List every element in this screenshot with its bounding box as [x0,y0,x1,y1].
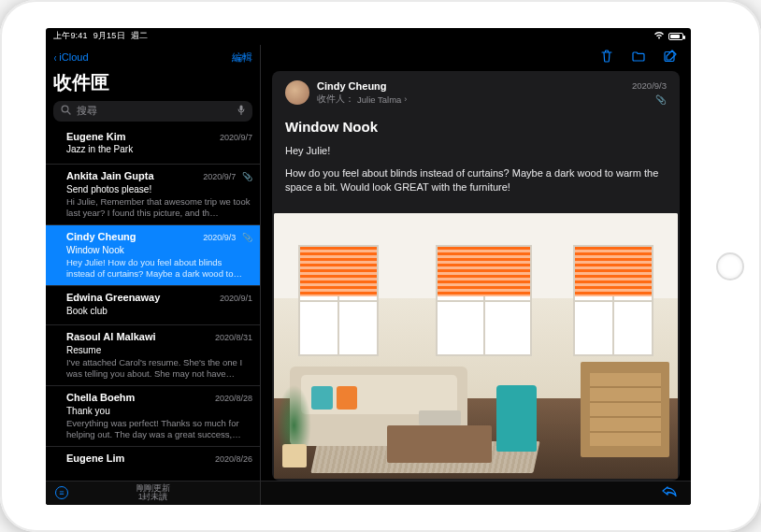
filter-icon[interactable]: ≡ [55,486,68,499]
inbox-title: 收件匣 [53,68,252,101]
message-date: 2020/9/3 [632,80,667,91]
email-subject: Jazz in the Park [66,144,252,156]
chevron-left-icon: ‹ [54,50,57,65]
email-date: 2020/8/26 [215,454,252,465]
email-list[interactable]: Eugene Kim 2020/9/7 Jazz in the Park Ank… [46,125,260,481]
email-date: 2020/8/28 [215,394,252,404]
list-item[interactable]: Eugene Lim 2020/8/26 [46,447,260,472]
status-time: 上午9:41 [53,30,88,42]
svg-rect-2 [240,106,243,111]
screen: 上午9:41 9月15日 週二 ‹ iCloud [46,28,691,505]
email-preview: Everything was perfect! Thanks so much f… [66,418,252,439]
email-preview: Hi Julie, Remember that awesome trip we … [66,196,252,218]
battery-icon [668,33,683,40]
to-line[interactable]: 收件人： Julie Talma › [317,93,407,106]
message-subject: Window Nook [272,113,680,144]
sender-name: Eugene Kim [66,131,126,144]
from-name[interactable]: Cindy Cheung [317,80,407,92]
email-date: 2020/8/31 [215,333,252,343]
list-item[interactable]: Eugene Kim 2020/9/7 Jazz in the Park [46,125,260,165]
list-item[interactable]: Cindy Cheung 2020/9/3 📎 Window Nook Hey … [46,225,260,286]
list-item[interactable]: Edwina Greenaway 2020/9/1 Book club [46,286,260,325]
chevron-right-icon: › [404,94,407,104]
message-body: Hey Julie! How do you feel about blinds … [272,144,680,214]
list-item[interactable]: Ankita Jain Gupta 2020/9/7 📎 Send photos… [46,165,260,225]
sender-name: Cindy Cheung [66,231,136,244]
list-item[interactable]: Rasoul Al Malkawi 2020/8/31 Resume I've … [46,325,260,386]
to-label: 收件人： [317,93,354,106]
reply-icon[interactable] [661,484,678,501]
attachment-icon: 📎 [242,172,252,181]
content-footer [261,481,691,505]
edit-button[interactable]: 編輯 [232,50,252,65]
email-subject: Send photos please! [66,184,252,196]
inbox-sidebar: ‹ iCloud 編輯 收件匣 搜尋 [46,45,261,505]
email-date: 2020/9/7 [203,172,236,181]
compose-icon[interactable] [663,49,678,64]
unread-count: 1封未讀 [136,493,170,501]
email-date: 2020/9/1 [220,294,252,304]
sender-name: Eugene Lim [66,453,124,466]
message-card: Cindy Cheung 收件人： Julie Talma › 2020/9/3… [272,71,680,481]
home-button[interactable] [716,252,744,280]
email-subject: Resume [66,345,252,357]
ipad-frame: 上午9:41 9月15日 週二 ‹ iCloud [0,0,761,532]
status-date: 9月15日 [93,30,125,42]
email-preview: Hey Julie! How do you feel about blinds … [66,257,252,279]
list-item[interactable]: Chella Boehm 2020/8/28 Thank you Everyth… [46,386,260,447]
sender-name: Chella Boehm [66,392,135,405]
folder-icon[interactable] [631,49,646,64]
trash-icon[interactable] [599,49,614,64]
sender-name: Ankita Jain Gupta [66,170,154,183]
sender-name: Rasoul Al Malkawi [66,331,156,344]
sidebar-footer: ≡ 剛剛更新 1封未讀 [46,481,260,505]
search-placeholder: 搜尋 [77,104,97,118]
email-subject: Thank you [66,406,252,418]
attachment-image[interactable] [274,213,678,478]
email-date: 2020/9/3 [203,233,236,242]
email-preview: I've attached Carol's resume. She's the … [66,357,252,379]
email-subject: Book club [66,306,252,318]
wifi-icon [653,31,665,41]
attachment-icon: 📎 [242,233,252,242]
email-date: 2020/9/7 [220,133,252,143]
attachment-icon: 📎 [655,94,667,105]
body-greeting: Hey Julie! [285,144,667,158]
message-header: Cindy Cheung 收件人： Julie Talma › 2020/9/3… [272,71,680,113]
content-toolbar [261,45,691,67]
search-input[interactable]: 搜尋 [53,101,252,122]
sender-name: Edwina Greenaway [66,292,160,305]
avatar[interactable] [285,80,309,105]
email-subject: Window Nook [66,245,252,257]
body-text: How do you feel about blinds instead of … [285,166,667,194]
search-icon [61,105,71,117]
dictation-icon[interactable] [237,105,245,117]
message-pane: Cindy Cheung 收件人： Julie Talma › 2020/9/3… [261,45,691,505]
status-bar: 上午9:41 9月15日 週二 [46,28,691,45]
to-name: Julie Talma [357,94,401,105]
back-label: iCloud [59,51,88,63]
status-weekday: 週二 [131,30,148,42]
svg-line-1 [67,111,70,114]
back-button[interactable]: ‹ iCloud [53,50,89,65]
